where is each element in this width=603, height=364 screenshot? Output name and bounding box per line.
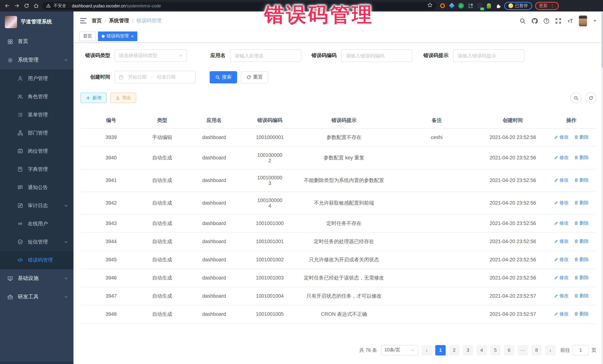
close-icon[interactable]: × xyxy=(131,34,134,38)
reset-button[interactable]: 重置 xyxy=(241,71,268,83)
delete-link[interactable]: 删除 xyxy=(574,238,589,245)
trash-icon xyxy=(574,155,578,160)
goto-page-input[interactable] xyxy=(573,345,589,355)
sidebar-item-users[interactable]: 用户管理 xyxy=(0,69,73,88)
home-icon[interactable] xyxy=(33,2,39,9)
app-logo-row[interactable]: 芋道管理系统 xyxy=(0,11,73,32)
extension-green-check-icon[interactable]: ✓ xyxy=(458,3,464,9)
page-button-4[interactable]: 4 xyxy=(476,345,487,355)
address-bar[interactable]: 不安全 dashboard.yudao.iocoder.cn/system/er… xyxy=(42,2,436,10)
user-avatar[interactable] xyxy=(579,15,587,26)
github-icon[interactable] xyxy=(531,18,538,24)
help-icon[interactable] xyxy=(543,18,550,24)
edit-link[interactable]: 修改 xyxy=(554,311,569,317)
edit-link[interactable]: 修改 xyxy=(554,293,569,299)
extension-orange-icon[interactable] xyxy=(439,3,446,9)
delete-link[interactable]: 删除 xyxy=(574,220,589,226)
cell-code: 1001001000 xyxy=(246,214,294,232)
page-ellipsis[interactable]: ··· xyxy=(518,345,528,355)
sidebar-toggle-icon[interactable] xyxy=(80,18,86,23)
breadcrumb-home[interactable]: 首页 xyxy=(92,17,102,24)
edit-link[interactable]: 修改 xyxy=(554,200,569,206)
breadcrumb-system[interactable]: 系统管理 xyxy=(109,17,129,24)
sidebar-item-infrastructure[interactable]: 基础设施 xyxy=(0,269,73,288)
edit-link[interactable]: 修改 xyxy=(554,177,569,184)
back-icon[interactable] xyxy=(4,2,10,9)
error-type-select[interactable]: 请选择错误码类型 xyxy=(115,49,187,62)
add-button[interactable]: 新增 xyxy=(81,93,106,103)
header-search-icon[interactable] xyxy=(520,18,526,24)
edit-link[interactable]: 修改 xyxy=(554,238,569,245)
sidebar-item-dev-tools[interactable]: 研发工具 xyxy=(0,288,73,306)
browser-update-button[interactable]: 更新 ⋮ xyxy=(535,2,559,10)
edit-link[interactable]: 修改 xyxy=(554,134,569,141)
edit-link[interactable]: 修改 xyxy=(554,275,569,281)
delete-link[interactable]: 删除 xyxy=(574,134,589,141)
delete-link[interactable]: 删除 xyxy=(574,256,589,263)
page-button-3[interactable]: 3 xyxy=(463,345,473,355)
sidebar-item-online-users[interactable]: 在线用户 xyxy=(0,215,73,233)
error-code-table: 编号 类型 应用名 错误码编码 错误码提示 备注 创建时间 操作 3939 xyxy=(81,113,596,323)
tab-home[interactable]: 首页 xyxy=(79,31,96,41)
page-button-5[interactable]: 5 xyxy=(490,345,500,355)
extension-list-icon[interactable]: on xyxy=(476,3,483,9)
user-menu-caret-icon[interactable] xyxy=(593,20,596,22)
sidebar-item-notices[interactable]: 通知公告 xyxy=(0,178,73,197)
scrollbar[interactable] xyxy=(602,11,603,364)
fullscreen-icon[interactable] xyxy=(555,18,561,24)
trash-icon xyxy=(574,221,578,226)
app-name-input[interactable] xyxy=(235,53,296,58)
delete-link[interactable]: 删除 xyxy=(574,275,589,281)
extensions-puzzle-icon[interactable] xyxy=(495,3,501,9)
refresh-table-button[interactable] xyxy=(585,92,596,103)
extension-grid-icon[interactable] xyxy=(467,3,474,9)
font-size-icon[interactable] xyxy=(567,18,573,24)
page-size-select[interactable]: 10条/页 xyxy=(381,345,418,355)
sidebar-item-departments[interactable]: 部门管理 xyxy=(0,124,73,142)
start-date-input[interactable] xyxy=(126,75,149,80)
cell-remark xyxy=(394,269,479,287)
delete-link[interactable]: 删除 xyxy=(574,293,589,299)
forward-icon[interactable] xyxy=(13,2,20,9)
sidebar-item-system[interactable]: 系统管理 xyxy=(0,51,73,69)
delete-link[interactable]: 删除 xyxy=(574,154,589,161)
sidebar-item-error-code[interactable]: 错误码管理 xyxy=(0,251,73,269)
sidebar-item-menus[interactable]: 菜单管理 xyxy=(0,106,73,124)
page-button-2[interactable]: 2 xyxy=(449,345,459,355)
tab-error-code[interactable]: 错误码管理 × xyxy=(98,31,137,41)
next-page-button[interactable]: › xyxy=(545,345,556,355)
delete-link[interactable]: 删除 xyxy=(574,200,589,206)
sidebar-item-roles[interactable]: 角色管理 xyxy=(0,88,73,106)
paused-extension-badge[interactable]: 已暂停 xyxy=(504,2,532,10)
prev-page-button[interactable]: ‹ xyxy=(422,345,432,355)
sidebar-item-audit-log[interactable]: 审计日志 xyxy=(0,197,73,215)
page-button-8[interactable]: 8 xyxy=(531,345,542,355)
edit-link[interactable]: 修改 xyxy=(554,256,569,263)
delete-link[interactable]: 删除 xyxy=(574,177,589,184)
date-range-picker[interactable]: - xyxy=(115,71,196,83)
edit-link[interactable]: 修改 xyxy=(554,220,569,226)
cell-code: 100100000 4 xyxy=(246,192,294,214)
extension-gem-icon[interactable] xyxy=(449,3,455,9)
error-hint-input[interactable] xyxy=(458,53,519,58)
reload-icon[interactable] xyxy=(23,2,30,9)
sidebar-item-home[interactable]: 首页 xyxy=(0,32,73,51)
delete-link[interactable]: 删除 xyxy=(574,311,589,317)
edit-link[interactable]: 修改 xyxy=(554,154,569,161)
export-button[interactable]: 导出 xyxy=(110,93,136,103)
page-button-1[interactable]: 1 xyxy=(435,345,446,355)
sidebar-item-sms[interactable]: 短信管理 xyxy=(0,233,73,251)
error-code-input[interactable] xyxy=(346,53,407,58)
page-button-6[interactable]: 6 xyxy=(504,345,514,355)
sidebar-item-dictionary[interactable]: 字典管理 xyxy=(0,160,73,178)
toggle-search-button[interactable] xyxy=(570,92,581,103)
tab-label: 错误码管理 xyxy=(106,33,129,39)
end-date-input[interactable] xyxy=(155,75,178,80)
sidebar-item-posts[interactable]: 岗位管理 xyxy=(0,142,73,160)
search-button[interactable]: 搜索 xyxy=(210,71,237,83)
browser-menu-icon[interactable]: ⋮ xyxy=(550,3,555,8)
bookmark-star-icon[interactable] xyxy=(427,2,433,9)
cell-actions: 修改删除 xyxy=(546,169,596,192)
cell-actions: 修改删除 xyxy=(546,146,596,169)
extension-key-icon[interactable] xyxy=(486,3,492,9)
